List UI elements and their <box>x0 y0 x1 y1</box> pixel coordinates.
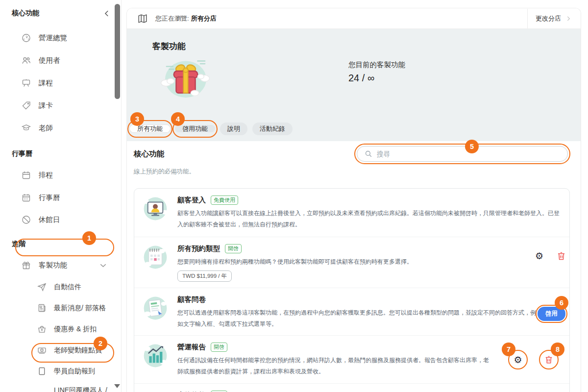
money-icon <box>36 345 47 356</box>
sidebar-item-label: 自動信件 <box>54 283 81 292</box>
feature-description: 想要同時擁有排程和預約兩種功能嗎？使用此客製功能即可提供顧客在預約時有更多選擇。 <box>177 256 562 268</box>
delete-trash-icon[interactable] <box>556 251 566 261</box>
sidebar-item-calendar[interactable]: 行事曆 <box>0 186 121 209</box>
feature-title: 所有預約類型 <box>177 244 220 253</box>
sidebar-item-label: 使用者 <box>39 56 60 65</box>
quota-summary: 您目前的客製功能 24 / ∞ <box>348 60 405 84</box>
report-illustration <box>142 343 169 369</box>
sidebar-item-label: 排程 <box>39 171 53 180</box>
sidebar-section-calendar: 行事曆 <box>0 144 121 164</box>
tab-activity-log[interactable]: 活動紀錄 <box>252 122 293 135</box>
section-label: 行事曆 <box>12 149 32 158</box>
mark-2: 2 <box>94 337 107 350</box>
calendar-icon <box>21 170 31 180</box>
current-branch: 所有分店 <box>191 15 217 22</box>
quota-value: 24 / ∞ <box>348 73 405 84</box>
board-icon <box>21 77 31 88</box>
feature-tabs: 所有功能 3 啓用功能 4 說明 活動紀錄 <box>130 122 293 135</box>
status-badge: 開啓 <box>225 244 242 253</box>
sidebar-item-closed-days[interactable]: 休館日 <box>0 209 121 230</box>
gift-icon <box>21 260 31 270</box>
feature-row-customer-login: 顧客登入 免費使用 顧客登入功能讓顧客可以直接在線上註冊後登入，立即預約以及未來… <box>134 189 569 237</box>
tab-enabled-features[interactable]: 啓用功能 <box>175 125 215 132</box>
booking-types-illustration <box>142 244 169 270</box>
sidebar-item-custom-features[interactable]: 客製功能 <box>0 254 121 276</box>
feature-row-survey: 顧客問卷 您可以透過使用顧客問卷這項客製功能，在預約過程中向您的顧客獲取更多訊息… <box>134 288 569 336</box>
sidebar-scrollbar-thumb[interactable] <box>115 4 120 99</box>
change-branch-button[interactable]: 更改分店 <box>536 14 572 23</box>
mark-ring-5: 5 <box>357 146 568 162</box>
survey-illustration <box>142 295 169 321</box>
sidebar-item-label: 休館日 <box>39 215 60 224</box>
section-subtitle: 線上預約的必備功能。 <box>134 168 195 176</box>
chevron-right-icon <box>565 15 572 22</box>
sidebar-item-auto-mail[interactable]: 自動信件 <box>0 276 121 297</box>
users-icon <box>21 55 31 66</box>
sidebar-item-label: 課卡 <box>39 101 53 110</box>
sidebar-item-label: LINE回覆機器人 / 通知 <box>54 386 111 392</box>
sidebar-item-label: 學員自助報到 <box>54 367 95 376</box>
sidebar-item-coupons[interactable]: 優惠券 & 折扣 <box>0 318 121 340</box>
sidebar-item-self-checkin[interactable]: 學員自助報到 <box>0 361 121 382</box>
mark-4: 4 <box>171 112 185 126</box>
feature-row-reports: 營運報告 開啓 任何通訊設備在任何時間都能掌控您的預約情況，網站拜訪人數，最熱門… <box>134 336 569 384</box>
sidebar-section-core: 核心功能 <box>0 0 121 26</box>
mark-ring-6: 啓用 6 <box>538 307 565 321</box>
calendar-grid-icon <box>21 192 31 203</box>
sidebar-section-advanced: 進階 <box>0 234 121 254</box>
sidebar: 核心功能 營運總覽 使用者 課程 <box>0 0 122 392</box>
feature-actions: ⚙ <box>535 251 566 261</box>
map-icon <box>137 13 148 24</box>
divider <box>527 9 528 28</box>
sidebar-scroll-down-arrow[interactable] <box>114 384 120 388</box>
line-app-icon: LINE <box>36 390 47 392</box>
content-area: 核心功能 線上預約的必備功能。 5 <box>127 141 581 392</box>
customer-login-illustration <box>142 196 169 222</box>
mark-8: 8 <box>551 343 564 356</box>
chevron-down-icon <box>98 260 108 270</box>
feature-description: 顧客登入功能讓顧客可以直接在線上註冊後登入，立即預約以及未來查看預約或出席紀錄。… <box>177 208 562 230</box>
browsing-label: 您正在瀏覽:所有分店 <box>155 14 217 23</box>
main-panel: 您正在瀏覽:所有分店 更改分店 客製功能 <box>126 8 581 392</box>
sidebar-item-news-blog[interactable]: 最新消息/ 部落格 <box>0 297 121 318</box>
sidebar-item-dashboard[interactable]: 營運總覽 <box>0 26 121 49</box>
price-chip: TWD $11,999 / 年 <box>177 270 232 282</box>
section-title: 核心功能 <box>134 149 164 159</box>
feature-list: 顧客登入 免費使用 顧客登入功能讓顧客可以直接在線上註冊後登入，立即預約以及未來… <box>134 188 570 392</box>
sidebar-item-teachers[interactable]: 老師 <box>0 117 121 139</box>
feature-title: 顧客登入 <box>177 196 206 205</box>
settings-gear-icon[interactable]: ⚙ <box>514 355 522 365</box>
gauge-icon <box>21 32 31 43</box>
news-icon <box>36 303 47 314</box>
mark-5: 5 <box>465 140 479 153</box>
status-badge: 開啓 <box>211 343 227 352</box>
sidebar-item-line-bot[interactable]: LINE LINE回覆機器人 / 通知 <box>0 382 121 392</box>
delete-trash-icon[interactable] <box>544 355 554 365</box>
graduation-icon <box>21 122 31 133</box>
mark-ring-3: 所有功能 3 <box>130 122 170 135</box>
collapse-sidebar-icon[interactable] <box>101 8 112 19</box>
sidebar-item-label: 營運總覽 <box>39 33 67 43</box>
page-title: 客製功能 <box>152 41 186 52</box>
section-label: 進階 <box>12 240 25 248</box>
tablet-icon <box>36 366 47 377</box>
sidebar-item-label: 課程 <box>39 78 53 88</box>
sidebar-item-courses[interactable]: 課程 <box>0 72 121 94</box>
feature-row-contract: 合約條款 開啓 <box>134 384 569 392</box>
sidebar-item-label: 客製功能 <box>39 261 67 270</box>
branch-topbar: 您正在瀏覽:所有分店 更改分店 <box>127 8 581 29</box>
tab-all-features[interactable]: 所有功能 <box>130 125 170 132</box>
sidebar-item-label: 最新消息/ 部落格 <box>54 304 106 313</box>
sidebar-item-schedule[interactable]: 排程 <box>0 164 121 186</box>
feature-description: 您可以透過使用顧客問卷這項客製功能，在預約過程中向您的顧客獲取更多訊息。您可以提… <box>177 307 538 330</box>
mark-3: 3 <box>130 112 144 126</box>
quota-label: 您目前的客製功能 <box>348 60 405 70</box>
tag-icon <box>21 100 31 111</box>
sidebar-item-label: 優惠券 & 折扣 <box>54 325 97 334</box>
feature-title: 顧客問卷 <box>177 295 206 304</box>
sidebar-item-passes[interactable]: 課卡 <box>0 94 121 117</box>
settings-gear-icon[interactable]: ⚙ <box>535 251 543 261</box>
tab-help[interactable]: 說明 <box>220 122 247 135</box>
search-box <box>357 146 568 162</box>
sidebar-item-users[interactable]: 使用者 <box>0 49 121 72</box>
